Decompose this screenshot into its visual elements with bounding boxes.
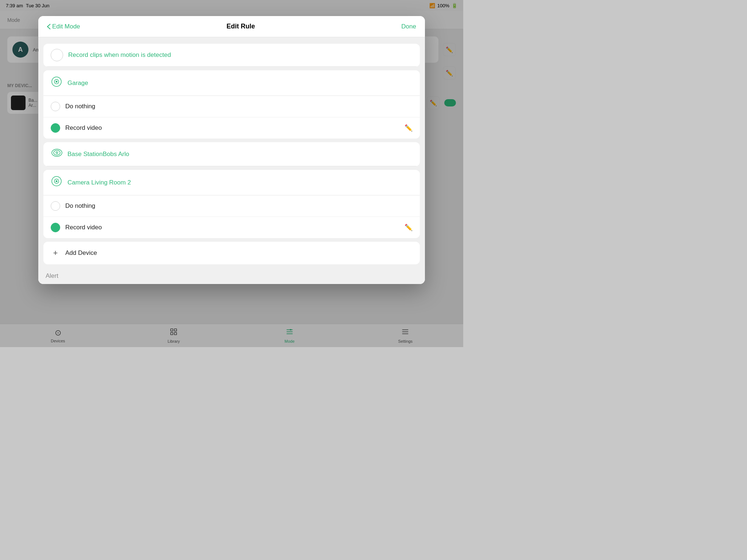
garage-option-donothing[interactable]: Do nothing (43, 96, 420, 117)
modal-scroll-area: Record clips when motion is detected Gar… (38, 37, 425, 284)
livingroom2-device-header: Camera Living Room 2 (43, 170, 420, 195)
add-device-block: + Add Device (43, 242, 420, 264)
garage-donothing-label: Do nothing (65, 103, 413, 110)
basestation-device-header: Base StationBobs Arlo (43, 142, 420, 166)
svg-point-19 (56, 180, 58, 182)
back-label: Edit Mode (52, 23, 80, 30)
section-partial-top: Record clips when motion is detected (43, 44, 420, 67)
livingroom2-radio-donothing[interactable] (51, 201, 60, 211)
section-livingroom2: Camera Living Room 2 Do nothing Record v… (43, 170, 420, 238)
livingroom2-radio-recordvideo[interactable] (51, 223, 60, 232)
modal-title: Edit Rule (227, 23, 255, 30)
livingroom2-donothing-label: Do nothing (65, 202, 413, 210)
partial-item-label: Record clips when motion is detected (68, 51, 171, 59)
garage-option-recordvideo[interactable]: Record video ✏️ (43, 117, 420, 139)
section-basestation: Base StationBobs Arlo (43, 142, 420, 166)
livingroom2-camera-icon (51, 176, 62, 189)
garage-camera-icon (51, 76, 62, 90)
livingroom2-option-recordvideo[interactable]: Record video ✏️ (43, 217, 420, 238)
add-icon: + (51, 248, 60, 258)
garage-device-header: Garage (43, 70, 420, 96)
svg-point-13 (56, 81, 58, 83)
edit-rule-modal: Edit Mode Edit Rule Done Record clips wh… (38, 16, 425, 284)
alert-section: Alert (38, 268, 425, 284)
back-button[interactable]: Edit Mode (47, 23, 80, 30)
livingroom2-option-donothing[interactable]: Do nothing (43, 195, 420, 217)
svg-point-15 (54, 151, 60, 155)
partial-radio[interactable] (51, 49, 63, 61)
garage-device-name: Garage (67, 79, 88, 87)
done-button[interactable]: Done (401, 23, 416, 30)
svg-point-16 (56, 152, 58, 154)
garage-recordvideo-label: Record video (65, 124, 399, 132)
modal-overlay: Edit Mode Edit Rule Done Record clips wh… (0, 0, 463, 347)
section-garage: Garage Do nothing Record video ✏️ (43, 70, 420, 139)
modal-header: Edit Mode Edit Rule Done (38, 16, 425, 37)
alert-label: Alert (46, 272, 58, 279)
livingroom2-device-name: Camera Living Room 2 (67, 179, 131, 186)
basestation-device-name: Base StationBobs Arlo (67, 151, 129, 158)
garage-radio-recordvideo[interactable] (51, 123, 60, 133)
garage-edit-icon[interactable]: ✏️ (405, 124, 413, 132)
livingroom2-edit-icon[interactable]: ✏️ (405, 223, 413, 232)
basestation-icon (51, 148, 62, 160)
add-device-label: Add Device (65, 249, 97, 257)
add-device-button[interactable]: + Add Device (43, 242, 420, 264)
livingroom2-recordvideo-label: Record video (65, 224, 399, 231)
garage-radio-donothing[interactable] (51, 102, 60, 111)
